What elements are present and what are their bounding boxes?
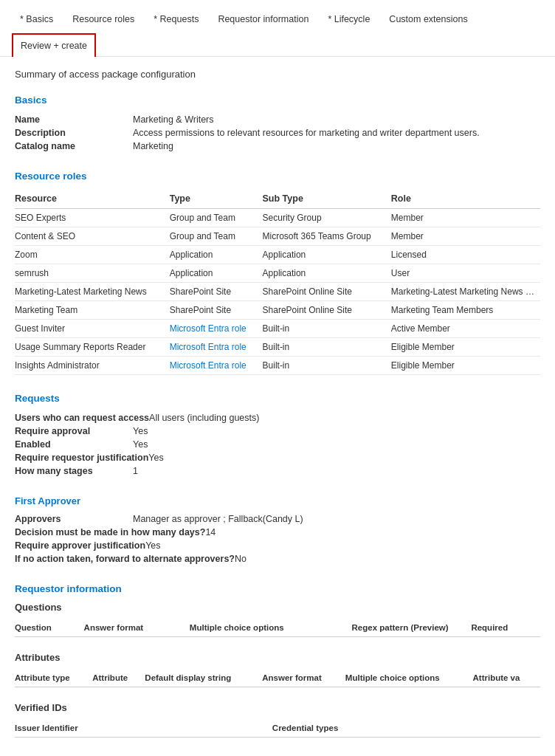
requestor-info-heading: Requestor information bbox=[15, 583, 540, 594]
rr-role-cell: Eligible Member bbox=[391, 357, 540, 375]
rr-resource-cell: Content & SEO bbox=[15, 227, 170, 246]
resource-role-row: ZoomApplicationApplicationLicensed bbox=[15, 246, 540, 264]
tab-requests[interactable]: * Requests bbox=[145, 7, 207, 30]
rr-role-cell: Member bbox=[391, 227, 540, 246]
resource-role-row: semrushApplicationApplicationUser bbox=[15, 264, 540, 283]
tab-requestor-info[interactable]: Requestor information bbox=[210, 7, 317, 30]
requests-key-2: Enabled bbox=[15, 439, 133, 450]
tab-custom-extensions[interactable]: Custom extensions bbox=[381, 7, 475, 30]
basics-name-value: Marketing & Writers bbox=[133, 114, 214, 125]
approver-val-3: No bbox=[235, 554, 247, 564]
rr-role-cell: Marketing Team Members bbox=[391, 301, 540, 320]
basics-section: Basics Name Marketing & Writers Descript… bbox=[15, 94, 540, 153]
approver-row-3: If no action taken, forward to alternate… bbox=[15, 552, 540, 566]
basics-desc-key: Description bbox=[15, 128, 133, 138]
tab-resource-roles[interactable]: Resource roles bbox=[64, 7, 142, 30]
requests-row-0: Users who can request access All users (… bbox=[15, 411, 540, 425]
approver-val-0: Manager as approver ; Fallback(Candy L) bbox=[133, 514, 303, 524]
summary-title: Summary of access package configuration bbox=[15, 69, 540, 80]
verified-ids-table: Issuer Identifier Credential types bbox=[15, 719, 540, 738]
rr-type-cell: SharePoint Site bbox=[170, 283, 263, 301]
requests-key-4: How many stages bbox=[15, 466, 133, 476]
attributes-table: Attribute type Attribute Default display… bbox=[15, 669, 540, 687]
requests-key-3: Require requestor justification bbox=[15, 453, 148, 463]
questions-header-row: Question Answer format Multiple choice o… bbox=[15, 619, 540, 637]
q-col-required: Required bbox=[471, 619, 540, 637]
q-col-regex: Regex pattern (Preview) bbox=[352, 619, 472, 637]
rr-resource-cell: Marketing-Latest Marketing News bbox=[15, 283, 170, 301]
requests-kv-table: Users who can request access All users (… bbox=[15, 411, 540, 478]
rr-subtype-cell: Built-in bbox=[263, 357, 391, 375]
approver-val-1: 14 bbox=[205, 527, 216, 537]
col-subtype: Sub Type bbox=[263, 189, 391, 209]
rr-subtype-cell: Built-in bbox=[263, 338, 391, 357]
requests-val-2: Yes bbox=[133, 439, 148, 450]
resource-role-row: Insights AdministratorMicrosoft Entra ro… bbox=[15, 357, 540, 375]
basics-catalog-key: Catalog name bbox=[15, 141, 133, 151]
q-col-answer-format: Answer format bbox=[84, 619, 190, 637]
v-col-issuer: Issuer Identifier bbox=[15, 719, 272, 738]
col-resource: Resource bbox=[15, 189, 170, 209]
verified-ids-heading: Verified IDs bbox=[15, 702, 540, 713]
requests-row-4: How many stages 1 bbox=[15, 464, 540, 478]
requests-heading: Requests bbox=[15, 393, 540, 404]
rr-resource-cell: Usage Summary Reports Reader bbox=[15, 338, 170, 357]
rr-subtype-cell: Built-in bbox=[263, 320, 391, 338]
a-col-answer-format: Answer format bbox=[262, 669, 345, 687]
rr-subtype-cell: Microsoft 365 Teams Group bbox=[263, 227, 391, 246]
rr-type-cell: Application bbox=[170, 264, 263, 283]
first-approver-kv-table: Approvers Manager as approver ; Fallback… bbox=[15, 512, 540, 566]
basics-name-row: Name Marketing & Writers bbox=[15, 113, 540, 126]
questions-heading: Questions bbox=[15, 602, 540, 613]
approver-key-2: Require approver justification bbox=[15, 540, 145, 551]
verified-ids-header-row: Issuer Identifier Credential types bbox=[15, 719, 540, 738]
a-col-attr: Attribute bbox=[92, 669, 145, 687]
rr-type-cell: Microsoft Entra role bbox=[170, 357, 263, 375]
rr-role-cell: Eligible Member bbox=[391, 338, 540, 357]
rr-role-cell: Licensed bbox=[391, 246, 540, 264]
approver-key-3: If no action taken, forward to alternate… bbox=[15, 554, 235, 564]
rr-type-cell: Group and Team bbox=[170, 227, 263, 246]
approver-row-1: Decision must be made in how many days? … bbox=[15, 526, 540, 539]
first-approver-section: First Approver Approvers Manager as appr… bbox=[15, 495, 540, 566]
basics-desc-row: Description Access permissions to releva… bbox=[15, 126, 540, 140]
resource-roles-heading: Resource roles bbox=[15, 171, 540, 182]
rr-type-cell: Application bbox=[170, 246, 263, 264]
rr-type-cell: SharePoint Site bbox=[170, 301, 263, 320]
requests-val-3: Yes bbox=[148, 453, 163, 463]
rr-resource-cell: semrush bbox=[15, 264, 170, 283]
rr-role-cell: Active Member bbox=[391, 320, 540, 338]
nav-tabs: * Basics Resource roles * Requests Reque… bbox=[0, 0, 555, 57]
approver-row-2: Require approver justification Yes bbox=[15, 539, 540, 552]
first-approver-heading: First Approver bbox=[15, 495, 540, 506]
rr-subtype-cell: SharePoint Online Site bbox=[263, 283, 391, 301]
rr-subtype-cell: Application bbox=[263, 246, 391, 264]
resource-role-row: SEO ExpertsGroup and TeamSecurity GroupM… bbox=[15, 209, 540, 227]
basics-name-key: Name bbox=[15, 114, 133, 125]
rr-resource-cell: SEO Experts bbox=[15, 209, 170, 227]
resource-role-row: Usage Summary Reports ReaderMicrosoft En… bbox=[15, 338, 540, 357]
rr-subtype-cell: Application bbox=[263, 264, 391, 283]
requests-val-1: Yes bbox=[133, 426, 148, 436]
tab-basics[interactable]: * Basics bbox=[12, 7, 61, 30]
requests-row-3: Require requestor justification Yes bbox=[15, 451, 540, 464]
basics-desc-value: Access permissions to relevant resources… bbox=[133, 128, 480, 138]
rr-resource-cell: Insights Administrator bbox=[15, 357, 170, 375]
rr-type-cell: Group and Team bbox=[170, 209, 263, 227]
tab-lifecycle[interactable]: * Lifecycle bbox=[320, 7, 378, 30]
requests-key-1: Require approval bbox=[15, 426, 133, 436]
requests-section: Requests Users who can request access Al… bbox=[15, 393, 540, 478]
rr-subtype-cell: Security Group bbox=[263, 209, 391, 227]
requests-row-1: Require approval Yes bbox=[15, 425, 540, 438]
approver-val-2: Yes bbox=[145, 540, 160, 551]
rr-resource-cell: Guest Inviter bbox=[15, 320, 170, 338]
q-col-mc-options: Multiple choice options bbox=[190, 619, 352, 637]
a-col-attr-val: Attribute va bbox=[473, 669, 540, 687]
resource-role-row: Guest InviterMicrosoft Entra roleBuilt-i… bbox=[15, 320, 540, 338]
main-content: Summary of access package configuration … bbox=[0, 57, 555, 756]
a-col-default: Default display string bbox=[145, 669, 262, 687]
questions-table: Question Answer format Multiple choice o… bbox=[15, 619, 540, 637]
tab-review-create[interactable]: Review + create bbox=[12, 33, 96, 57]
basics-catalog-row: Catalog name Marketing bbox=[15, 140, 540, 153]
v-col-credential: Credential types bbox=[272, 719, 540, 738]
